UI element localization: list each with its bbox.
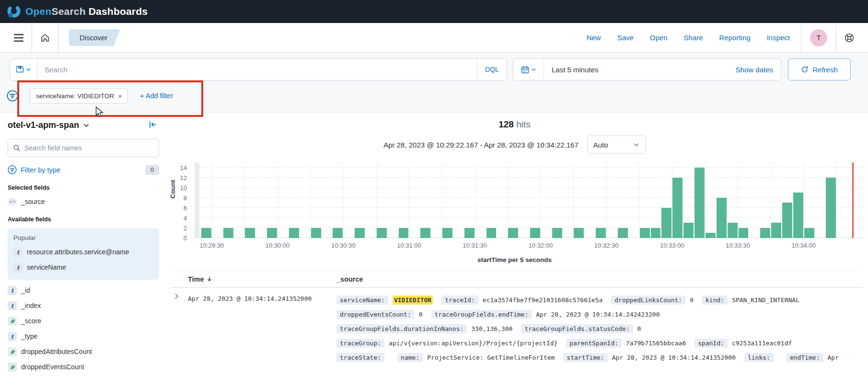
histogram-bar[interactable] [486,228,497,238]
histogram-bar[interactable] [804,228,814,238]
app-title: OpenSearchDashboards [25,6,148,17]
filter-circle-icon[interactable] [7,90,18,102]
field-item[interactable]: t_index [8,301,159,310]
histogram-bar[interactable] [377,228,387,238]
field-item[interactable]: #_score [8,317,159,326]
histogram-bar[interactable] [706,233,716,238]
histogram-bar[interactable] [530,228,540,238]
histogram-bar[interactable] [640,228,650,238]
nav-link-new[interactable]: New [587,34,601,42]
field-item[interactable]: </>_source [8,197,159,206]
field-label-badge: traceGroupFields.durationInNanos: [336,324,467,333]
remove-filter-icon[interactable]: × [118,92,122,100]
x-gridline [409,162,409,238]
field-item[interactable]: #droppedEventsCount [8,363,159,372]
calendar-button[interactable] [513,59,544,80]
opensearch-logo[interactable]: OpenSearchDashboards [7,4,148,19]
source-column-header: _source [336,275,862,283]
histogram-bar[interactable] [442,228,452,238]
field-item[interactable]: t_type [8,332,159,341]
date-picker: Last 5 minutes Show dates [513,58,781,80]
histogram-bar[interactable] [739,228,749,238]
histogram-bar[interactable] [672,178,683,238]
histogram-bar[interactable] [782,203,792,238]
histogram-bar[interactable] [618,228,628,238]
histogram-chart[interactable]: Count 02468101214 [195,162,862,238]
nav-link-share[interactable]: Share [684,34,703,42]
help-button[interactable] [839,23,859,52]
histogram-bar[interactable] [245,228,255,238]
field-search-input[interactable] [24,144,154,152]
interval-select[interactable]: Auto [587,136,646,154]
field-name: _source [21,197,45,206]
field-label-badge: traceGroupFields.endTime: [431,310,532,319]
field-item[interactable]: tserviceName [13,263,153,272]
histogram-bar[interactable] [289,228,299,238]
filter-pill-label: serviceName: VIDIEDITOR [36,92,114,100]
collapse-sidebar-button[interactable] [149,120,157,131]
histogram-bar[interactable] [552,228,562,238]
index-pattern-selector[interactable]: otel-v1-apm-span [8,120,159,130]
y-tick-label: 0 [184,235,187,242]
y-gridline [195,197,862,198]
x-gridline [311,162,311,238]
histogram-bar[interactable] [267,228,277,238]
histogram-bar[interactable] [508,228,518,238]
expand-row-button[interactable] [171,290,180,301]
row-source-cell: serviceName:VIDIEDITORtraceId:ec1a3574fb… [336,293,862,364]
field-label-badge: droppedEventsCount: [336,310,415,319]
histogram-bar[interactable] [311,228,321,238]
breadcrumb-discover[interactable]: Discover [69,29,120,46]
histogram-bar[interactable] [694,168,705,238]
nav-link-open[interactable]: Open [650,34,668,42]
filter-by-type[interactable]: Filter by type 0 [8,165,159,175]
histogram-bar[interactable] [771,223,781,238]
histogram-bar[interactable] [826,178,836,238]
search-input[interactable] [38,66,477,74]
filter-pill-servicename[interactable]: serviceName: VIDIEDITOR × [30,88,127,103]
menu-button[interactable] [9,23,29,52]
home-button[interactable] [35,23,55,52]
field-label-badge: traceGroupFields.statusCode: [521,324,633,333]
selected-fields-list: </>_source [8,197,159,206]
nav-link-inspect[interactable]: Inspect [767,34,790,42]
histogram-bar[interactable] [760,228,770,238]
plot-area[interactable] [195,162,862,238]
histogram-bar[interactable] [728,223,738,238]
histogram-bar[interactable] [464,228,475,238]
histogram-bar[interactable] [574,228,584,238]
sort-down-icon [207,276,212,282]
avatar[interactable]: T [810,29,827,46]
field-item[interactable]: tresource.attributes.service@name [13,248,153,257]
x-tick-label: 10:34:00 [791,242,816,249]
add-filter-link[interactable]: + Add filter [140,92,173,100]
field-value: 7a79b71565bbcaa6 [626,340,686,347]
source-line: traceGroup:api/v{version:apiVersion}/Pro… [336,336,862,350]
histogram-bar[interactable] [717,198,727,238]
query-strip: DQL Last 5 minutes Show [0,53,868,113]
query-language-button[interactable]: DQL [477,59,507,80]
histogram-bar[interactable] [793,193,803,238]
histogram-bar[interactable] [201,228,211,238]
nav-link-reporting[interactable]: Reporting [719,34,751,42]
histogram-bar[interactable] [683,223,694,238]
saved-query-button[interactable] [10,59,38,80]
time-range-value[interactable]: Last 5 minutes [544,66,728,74]
histogram-bar[interactable] [333,228,343,238]
y-tick-label: 2 [184,225,187,232]
time-column-header[interactable]: Time [188,275,336,283]
histogram-bar[interactable] [420,228,430,238]
y-gridline [195,207,862,208]
refresh-button[interactable]: Refresh [788,58,851,80]
field-value: api/v{version:apiVersion}/Project/{proje… [389,340,557,347]
field-item[interactable]: t_id [8,286,159,295]
nav-link-save[interactable]: Save [617,34,634,42]
histogram-bar[interactable] [661,208,671,238]
histogram-bar[interactable] [355,228,365,238]
show-dates-link[interactable]: Show dates [728,66,781,74]
histogram-bar[interactable] [399,228,409,238]
histogram-bar[interactable] [223,228,233,238]
histogram-bar[interactable] [596,228,606,238]
histogram-bar[interactable] [651,228,661,238]
field-item[interactable]: #droppedAttributesCount [8,347,159,356]
